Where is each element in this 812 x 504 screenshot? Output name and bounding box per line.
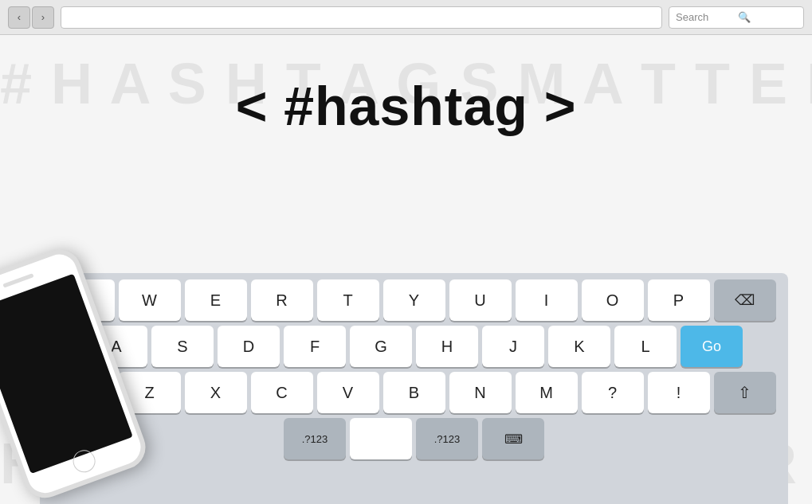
keyboard-section: Q W E R T Y U I O P ⌫ A S D F G H J — [24, 257, 788, 504]
emoji-icon: ⌨ — [504, 432, 523, 447]
key-m[interactable]: M — [516, 372, 578, 413]
key-e[interactable]: E — [185, 279, 247, 321]
key-r[interactable]: R — [251, 279, 313, 321]
key-l[interactable]: L — [614, 326, 677, 367]
key-backspace[interactable]: ⌫ — [714, 279, 776, 321]
address-bar[interactable] — [61, 6, 662, 29]
key-numbers[interactable]: .?123 — [284, 418, 346, 459]
key-w[interactable]: W — [119, 279, 181, 321]
key-k[interactable]: K — [548, 326, 610, 367]
key-t[interactable]: T — [317, 279, 379, 321]
key-shift-right[interactable]: ⇧ — [714, 372, 776, 413]
key-h[interactable]: H — [416, 326, 478, 367]
key-d[interactable]: D — [218, 326, 280, 367]
key-p[interactable]: P — [648, 279, 710, 321]
ios-keyboard: Q W E R T Y U I O P ⌫ A S D F G H J — [40, 273, 788, 504]
numbers-label-2: .?123 — [434, 433, 461, 445]
key-b[interactable]: B — [383, 372, 445, 413]
nav-buttons: ‹ › — [8, 6, 54, 29]
go-label: Go — [702, 338, 721, 355]
shift-icon-right: ⇧ — [738, 383, 751, 402]
key-space[interactable] — [350, 418, 412, 459]
key-question[interactable]: ? — [582, 372, 644, 413]
key-u[interactable]: U — [449, 279, 512, 321]
key-go[interactable]: Go — [681, 326, 743, 367]
keyboard-row-4: .?123 .?123 ⌨ — [45, 418, 783, 459]
browser-toolbar: ‹ › Search 🔍 — [0, 0, 812, 35]
back-icon: ‹ — [18, 11, 21, 23]
search-icon: 🔍 — [738, 11, 797, 23]
keyboard-row-2: A S D F G H J K L Go — [45, 326, 783, 367]
key-emoji[interactable]: ⌨ — [482, 418, 544, 459]
forward-button[interactable]: › — [32, 6, 54, 29]
key-i[interactable]: I — [516, 279, 578, 321]
back-button[interactable]: ‹ — [8, 6, 30, 29]
key-y[interactable]: Y — [383, 279, 445, 321]
key-j[interactable]: J — [482, 326, 544, 367]
hero-heading: < #hashtag > — [236, 75, 577, 137]
forward-icon: › — [41, 11, 45, 23]
main-content: # H A S H T A G S M A T T E R < #hashtag… — [0, 35, 812, 504]
iphone-speaker — [2, 273, 33, 287]
key-x[interactable]: X — [185, 372, 247, 413]
key-g[interactable]: G — [350, 326, 412, 367]
key-exclamation[interactable]: ! — [648, 372, 710, 413]
numbers-label: .?123 — [302, 433, 328, 445]
keyboard-row-3: ⇧ Z X C V B N M ? ! ⇧ — [45, 372, 783, 413]
keyboard-row-1: Q W E R T Y U I O P ⌫ — [45, 279, 783, 321]
key-v[interactable]: V — [317, 372, 379, 413]
key-numbers-2[interactable]: .?123 — [416, 418, 478, 459]
backspace-icon: ⌫ — [735, 291, 755, 309]
key-n[interactable]: N — [449, 372, 512, 413]
key-f[interactable]: F — [284, 326, 346, 367]
key-c[interactable]: C — [251, 372, 313, 413]
search-bar[interactable]: Search 🔍 — [669, 6, 804, 29]
key-s[interactable]: S — [151, 326, 214, 367]
search-label: Search — [676, 11, 735, 23]
key-o[interactable]: O — [582, 279, 644, 321]
